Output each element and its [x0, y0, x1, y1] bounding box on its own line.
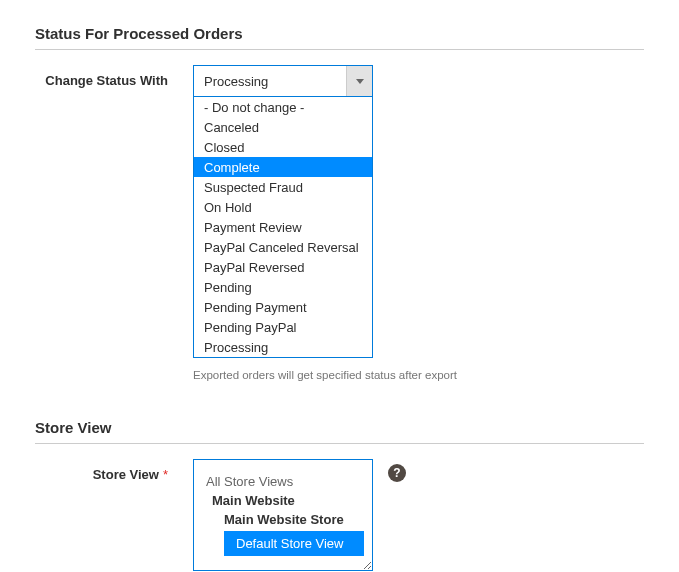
label-store-view: Store View: [35, 459, 193, 482]
status-dropdown: - Do not change -CanceledClosedCompleteS…: [193, 97, 373, 358]
status-select[interactable]: Processing: [193, 65, 373, 97]
store-view-select[interactable]: All Store Views Main Website Main Websit…: [193, 459, 373, 571]
store-option-store[interactable]: Main Website Store: [194, 510, 372, 529]
status-option[interactable]: Canceled: [194, 117, 372, 137]
status-option[interactable]: Suspected Fraud: [194, 177, 372, 197]
field-change-status: Change Status With Processing - Do not c…: [35, 65, 644, 381]
status-option[interactable]: On Hold: [194, 197, 372, 217]
store-option-website[interactable]: Main Website: [194, 491, 372, 510]
section-title-status: Status For Processed Orders: [35, 25, 644, 50]
status-option[interactable]: PayPal Canceled Reversal: [194, 237, 372, 257]
field-store-view: Store View All Store Views Main Website …: [35, 459, 644, 571]
store-option-view[interactable]: Default Store View: [224, 531, 364, 556]
store-option-all[interactable]: All Store Views: [194, 472, 372, 491]
control-change-status: Processing - Do not change -CanceledClos…: [193, 65, 457, 381]
status-option[interactable]: Payment Review: [194, 217, 372, 237]
status-option[interactable]: PayPal Reversed: [194, 257, 372, 277]
status-option[interactable]: Closed: [194, 137, 372, 157]
chevron-down-icon: [346, 66, 372, 96]
status-help-text: Exported orders will get specified statu…: [193, 369, 457, 381]
status-option[interactable]: Pending Payment: [194, 297, 372, 317]
status-option[interactable]: - Do not change -: [194, 97, 372, 117]
status-option[interactable]: Complete: [194, 157, 372, 177]
control-store-view: All Store Views Main Website Main Websit…: [193, 459, 373, 571]
status-option[interactable]: Pending: [194, 277, 372, 297]
status-option[interactable]: Processing: [194, 337, 372, 357]
status-select-value: Processing: [194, 66, 346, 96]
help-icon[interactable]: ?: [388, 464, 406, 482]
section-title-storeview: Store View: [35, 419, 644, 444]
status-option[interactable]: Pending PayPal: [194, 317, 372, 337]
label-change-status: Change Status With: [35, 65, 193, 88]
